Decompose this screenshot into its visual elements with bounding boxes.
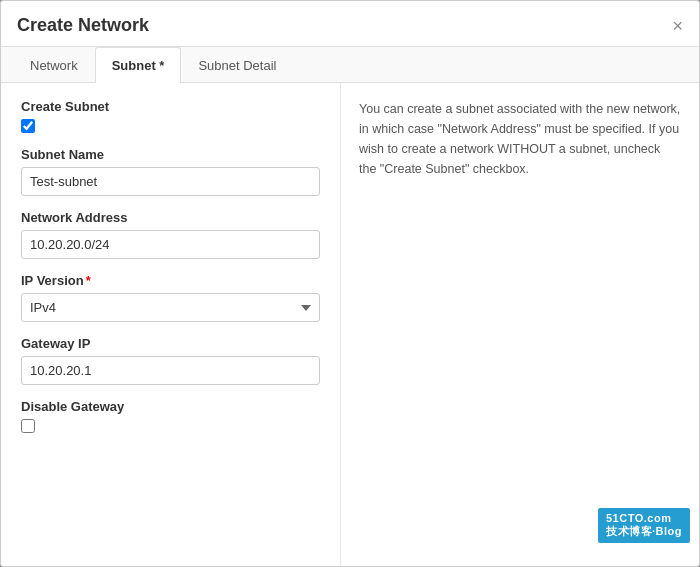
subnet-name-label: Subnet Name — [21, 147, 320, 162]
form-section: Create Subnet Subnet Name Network Addres… — [1, 83, 341, 566]
disable-gateway-label: Disable Gateway — [21, 399, 320, 414]
network-address-input[interactable] — [21, 230, 320, 259]
close-button[interactable]: × — [672, 17, 683, 35]
create-network-modal: Create Network × Network Subnet * Subnet… — [0, 0, 700, 567]
network-address-label: Network Address — [21, 210, 320, 225]
ip-version-label: IP Version* — [21, 273, 320, 288]
ip-version-group: IP Version* IPv4 IPv6 — [21, 273, 320, 322]
tab-bar: Network Subnet * Subnet Detail — [1, 47, 699, 83]
tab-subnet-detail[interactable]: Subnet Detail — [181, 47, 293, 83]
create-subnet-group: Create Subnet — [21, 99, 320, 133]
tab-network[interactable]: Network — [13, 47, 95, 83]
modal-title: Create Network — [17, 15, 149, 36]
ip-version-select[interactable]: IPv4 IPv6 — [21, 293, 320, 322]
tab-subnet[interactable]: Subnet * — [95, 47, 182, 83]
modal-body: Create Subnet Subnet Name Network Addres… — [1, 83, 699, 566]
create-subnet-checkbox-row — [21, 119, 320, 133]
disable-gateway-checkbox[interactable] — [21, 419, 35, 433]
create-subnet-label: Create Subnet — [21, 99, 320, 114]
gateway-ip-input[interactable] — [21, 356, 320, 385]
network-address-group: Network Address — [21, 210, 320, 259]
modal-header: Create Network × — [1, 1, 699, 47]
subnet-name-group: Subnet Name — [21, 147, 320, 196]
gateway-ip-group: Gateway IP — [21, 336, 320, 385]
help-text: You can create a subnet associated with … — [359, 102, 680, 176]
disable-gateway-group: Disable Gateway — [21, 399, 320, 433]
subnet-name-input[interactable] — [21, 167, 320, 196]
disable-gateway-checkbox-row — [21, 419, 320, 433]
help-section: You can create a subnet associated with … — [341, 83, 699, 566]
gateway-ip-label: Gateway IP — [21, 336, 320, 351]
create-subnet-checkbox[interactable] — [21, 119, 35, 133]
